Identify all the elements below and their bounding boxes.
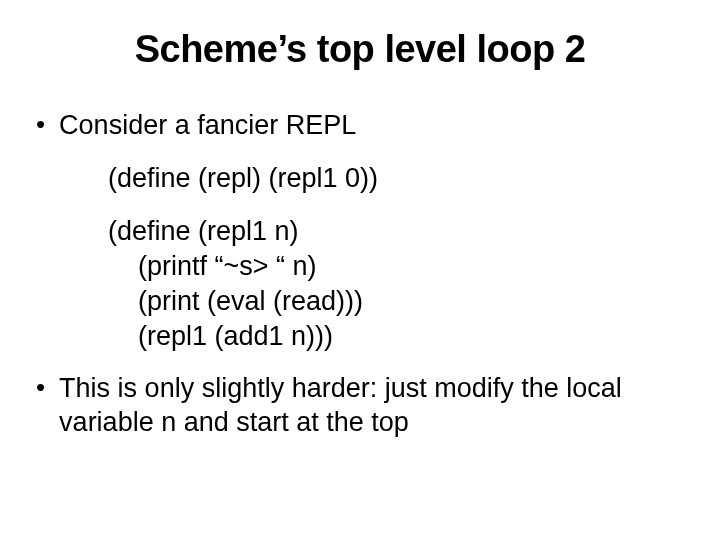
code-block-1: (define (repl) (repl1 0)) [108, 161, 684, 196]
slide-container: Scheme’s top level loop 2 • Consider a f… [0, 0, 720, 540]
code-line: (print (eval (read))) [108, 284, 684, 319]
code-line: (define (repl1 n) [108, 214, 684, 249]
code-line: (printf “~s> “ n) [108, 249, 684, 284]
code-block-2: (define (repl1 n) (printf “~s> “ n) (pri… [108, 214, 684, 354]
bullet-item-1: • Consider a fancier REPL [36, 109, 684, 143]
slide-title: Scheme’s top level loop 2 [36, 28, 684, 71]
bullet-dot-icon: • [36, 372, 45, 403]
bullet-dot-icon: • [36, 109, 45, 140]
bullet-text-1: Consider a fancier REPL [59, 109, 356, 143]
code-line: (repl1 (add1 n))) [108, 319, 684, 354]
bullet-text-2: This is only slightly harder: just modif… [59, 372, 684, 440]
code-line: (define (repl) (repl1 0)) [108, 161, 684, 196]
bullet-item-2: • This is only slightly harder: just mod… [36, 372, 684, 440]
